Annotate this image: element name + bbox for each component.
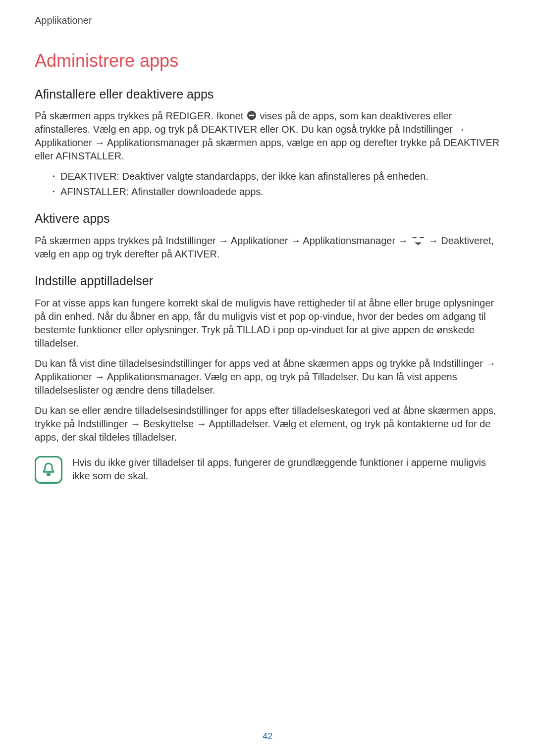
list-item: AFINSTALLER: Afinstaller downloadede app… (49, 185, 500, 199)
list-item: DEAKTIVER: Deaktiver valgte standardapps… (49, 170, 500, 183)
svg-rect-2 (413, 237, 417, 238)
section-uninstall-title: Afinstallere eller deaktivere apps (35, 86, 500, 103)
text-fragment: På skærmen apps trykkes på Indstillinger… (35, 235, 411, 246)
breadcrumb: Applikationer (35, 14, 500, 27)
bell-icon (35, 456, 62, 484)
section-permissions-title: Indstille apptilladelser (35, 273, 500, 290)
section-uninstall: Afinstallere eller deaktivere apps På sk… (35, 86, 500, 199)
note-text: Hvis du ikke giver tilladelser til apps,… (72, 456, 500, 483)
svg-rect-1 (249, 115, 254, 116)
minus-circle-icon (246, 110, 257, 121)
text-fragment: På skærmen apps trykkes på REDIGER. Ikon… (35, 110, 246, 121)
svg-rect-3 (420, 237, 424, 238)
bullet-list: DEAKTIVER: Deaktiver valgte standardapps… (35, 170, 500, 199)
dropdown-icon (411, 237, 426, 246)
note-box: Hvis du ikke giver tilladelser til apps,… (35, 456, 500, 484)
permissions-para-3: Du kan se eller ændre tilladelsesindstil… (35, 404, 500, 444)
section-activate-text: På skærmen apps trykkes på Indstillinger… (35, 234, 500, 261)
section-activate: Aktivere apps På skærmen apps trykkes på… (35, 210, 500, 261)
page-title: Administrere apps (35, 49, 500, 73)
page: Applikationer Administrere apps Afinstal… (0, 0, 535, 756)
section-uninstall-text: På skærmen apps trykkes på REDIGER. Ikon… (35, 109, 500, 163)
section-activate-title: Aktivere apps (35, 210, 500, 227)
permissions-para-2: Du kan få vist dine tilladelsesindstilli… (35, 357, 500, 397)
page-number: 42 (0, 730, 535, 742)
section-permissions: Indstille apptilladelser For at visse ap… (35, 273, 500, 444)
svg-marker-4 (415, 243, 422, 246)
permissions-para-1: For at visse apps kan fungere korrekt sk… (35, 297, 500, 350)
